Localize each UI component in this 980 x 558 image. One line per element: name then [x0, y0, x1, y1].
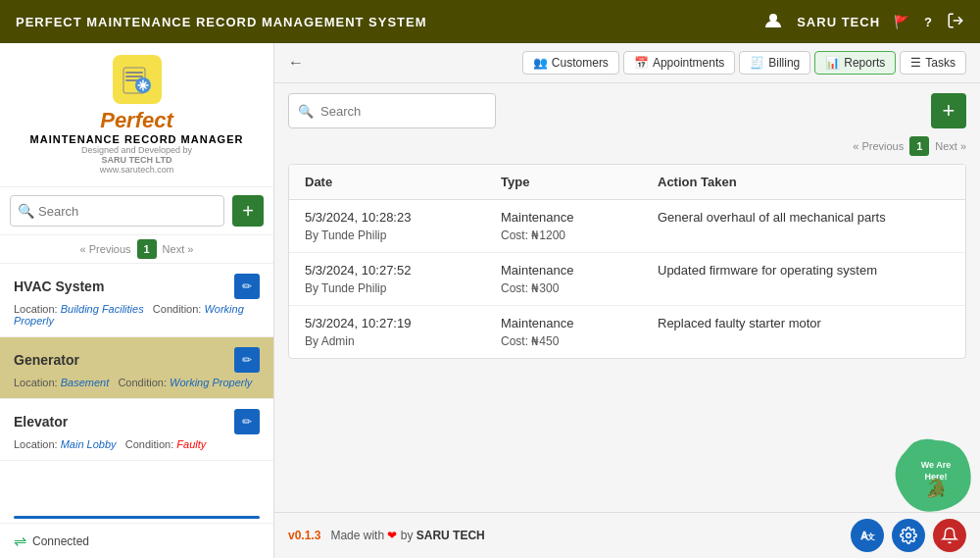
sidebar-search-row: 🔍 + — [0, 187, 273, 235]
record-type-2: Maintenance — [501, 263, 658, 278]
help-icon[interactable]: ? — [924, 15, 933, 29]
asset-item-elevator[interactable]: Elevator ✏ Location: Main Lobby Conditio… — [0, 399, 273, 461]
record-action-2: Updated firmware for operating system — [658, 263, 950, 278]
sidebar-bottom-bar — [14, 516, 260, 519]
content-search-icon: 🔍 — [298, 104, 314, 119]
content-area: 🔍 + « Previous 1 Next » Date Type Action… — [274, 83, 980, 512]
nav-bar: ← 👥 Customers 📅 Appointments 🧾 Billing 📊… — [274, 43, 980, 83]
appointments-icon: 📅 — [634, 56, 649, 70]
top-header: PERFECT MAINTENANCE RECORD MANAGEMENT SY… — [0, 0, 980, 43]
table-row: 5/3/2024, 10:27:19 Maintenance Replaced … — [289, 306, 965, 358]
power-icon[interactable] — [947, 12, 964, 32]
nav-tab-reports[interactable]: 📊 Reports — [814, 51, 896, 75]
user-name: SARU TECH — [797, 15, 880, 29]
content-search-input[interactable] — [288, 93, 496, 128]
record-cost-1: Cost: ₦1200 — [501, 228, 658, 242]
translate-button[interactable]: A文 — [851, 519, 884, 552]
alert-button[interactable] — [933, 519, 966, 552]
asset-name-hvac: HVAC System — [14, 279, 104, 294]
footer-info: v0.1.3 Made with ❤ by SARU TECH — [288, 529, 485, 542]
logo-subtitle: MAINTENANCE RECORD MANAGER — [16, 133, 258, 145]
footer-made: Made with — [330, 529, 387, 542]
record-cost-2: Cost: ₦300 — [501, 281, 658, 295]
asset-list: HVAC System ✏ Location: Building Facilit… — [0, 264, 273, 516]
content-search-wrapper: 🔍 — [288, 93, 923, 128]
tasks-label: Tasks — [925, 56, 956, 70]
footer-version: v0.1.3 — [288, 529, 320, 542]
billing-label: Billing — [768, 56, 800, 70]
nav-tabs: 👥 Customers 📅 Appointments 🧾 Billing 📊 R… — [522, 51, 966, 75]
record-by-1: By Tunde Philip — [305, 228, 501, 242]
content-pagination: « Previous 1 Next » — [288, 136, 966, 156]
table-row: 5/3/2024, 10:27:52 Maintenance Updated f… — [289, 253, 965, 306]
back-button[interactable]: ← — [288, 54, 304, 72]
record-action-1: General overhaul of all mechanical parts — [658, 210, 950, 225]
logo-line1: Designed and Developed by — [16, 145, 258, 155]
content-next-button[interactable]: Next » — [935, 140, 966, 152]
content-page-number: 1 — [909, 136, 929, 156]
footer-heart: ❤ — [387, 529, 397, 542]
flag-icon[interactable]: 🚩 — [894, 15, 910, 29]
record-date-3: 5/3/2024, 10:27:19 — [305, 316, 501, 330]
record-date-1: 5/3/2024, 10:28:23 — [305, 210, 501, 225]
asset-item-generator[interactable]: Generator ✏ Location: Basement Condition… — [0, 337, 273, 399]
asset-edit-elevator[interactable]: ✏ — [234, 409, 260, 434]
header-right: SARU TECH 🚩 ? — [763, 11, 964, 33]
customers-label: Customers — [552, 56, 609, 70]
svg-point-10 — [906, 533, 911, 538]
nav-tab-tasks[interactable]: ☰ Tasks — [900, 51, 966, 75]
records-table: Date Type Action Taken 5/3/2024, 10:28:2… — [288, 164, 966, 359]
record-by-2: By Tunde Philip — [305, 281, 501, 295]
logo-line3: www.sarutech.com — [16, 165, 258, 175]
asset-item-hvac[interactable]: HVAC System ✏ Location: Building Facilit… — [0, 264, 273, 337]
appointments-label: Appointments — [653, 56, 724, 70]
content-search-row: 🔍 + — [288, 93, 966, 128]
sidebar-search-input[interactable] — [10, 195, 224, 227]
connection-label: Connected — [32, 534, 89, 548]
logo-perfect: Perfect — [16, 108, 258, 133]
svg-rect-4 — [125, 76, 143, 77]
logo-line2: SARU TECH LTD — [16, 155, 258, 165]
logo-icon — [113, 55, 162, 104]
asset-meta-hvac: Location: Building Facilities Condition:… — [14, 303, 260, 327]
nav-tab-customers[interactable]: 👥 Customers — [522, 51, 619, 75]
col-date: Date — [305, 175, 501, 189]
settings-button[interactable] — [892, 519, 925, 552]
nav-tab-billing[interactable]: 🧾 Billing — [739, 51, 810, 75]
table-header: Date Type Action Taken — [289, 165, 965, 200]
nav-tab-appointments[interactable]: 📅 Appointments — [623, 51, 735, 75]
asset-meta-generator: Location: Basement Condition: Working Pr… — [14, 377, 260, 388]
record-cost-3: Cost: ₦450 — [501, 334, 658, 348]
asset-edit-generator[interactable]: ✏ — [234, 347, 260, 373]
record-by-3: By Admin — [305, 334, 501, 348]
record-action-3: Replaced faulty starter motor — [658, 316, 950, 330]
svg-point-7 — [140, 83, 145, 88]
svg-point-0 — [769, 14, 777, 22]
svg-rect-3 — [125, 72, 143, 74]
sidebar-prev-button[interactable]: « Previous — [80, 243, 131, 255]
col-action: Action Taken — [658, 175, 950, 189]
asset-name-generator: Generator — [14, 352, 79, 368]
customers-icon: 👥 — [533, 56, 548, 70]
billing-icon: 🧾 — [750, 56, 764, 70]
sidebar-page-number: 1 — [137, 239, 157, 259]
asset-name-elevator: Elevator — [14, 414, 68, 430]
asset-meta-elevator: Location: Main Lobby Condition: Faulty — [14, 438, 260, 450]
connected-icon: ⇌ — [14, 532, 26, 550]
sidebar-next-button[interactable]: Next » — [163, 243, 194, 255]
header-left: PERFECT MAINTENANCE RECORD MANAGEMENT SY… — [16, 15, 427, 29]
sidebar-connection-status: ⇌ Connected — [0, 523, 273, 558]
sidebar-logo: Perfect MAINTENANCE RECORD MANAGER Desig… — [0, 43, 273, 187]
user-avatar-icon[interactable] — [763, 11, 783, 33]
app-title: PERFECT MAINTENANCE RECORD MANAGEMENT SY… — [16, 15, 427, 29]
sidebar-add-button[interactable]: + — [232, 195, 264, 227]
footer-icons: A文 — [851, 519, 966, 552]
reports-label: Reports — [844, 56, 885, 70]
table-row: 5/3/2024, 10:28:23 Maintenance General o… — [289, 200, 965, 253]
asset-edit-hvac[interactable]: ✏ — [234, 274, 260, 299]
footer-by: by — [401, 529, 416, 542]
footer-brand: SARU TECH — [416, 529, 485, 542]
content-prev-button[interactable]: « Previous — [853, 140, 904, 152]
content-add-button[interactable]: + — [931, 93, 966, 128]
main-layout: Perfect MAINTENANCE RECORD MANAGER Desig… — [0, 43, 980, 558]
